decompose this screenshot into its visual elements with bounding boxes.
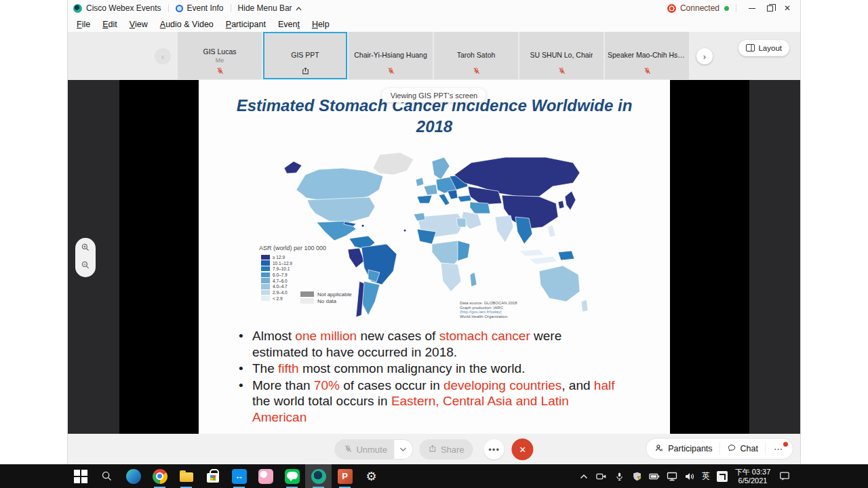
webex-logo-icon: [73, 4, 82, 13]
taskbar-webex-icon[interactable]: [305, 464, 332, 488]
layout-label: Layout: [758, 44, 782, 52]
menu-audio-video[interactable]: Audio & Video: [154, 16, 220, 32]
chat-label: Chat: [741, 444, 758, 453]
participant-tile[interactable]: Chair-Yi-Hsiang Huang: [349, 32, 433, 79]
participant-tile[interactable]: Taroh Satoh: [434, 32, 518, 79]
map-source-line: World Health Organization: [460, 314, 517, 319]
menu-participant[interactable]: Participant: [220, 16, 272, 32]
chat-button[interactable]: Chat: [727, 443, 758, 455]
strip-scroll-right-button[interactable]: ›: [696, 48, 713, 64]
divider: [168, 4, 169, 12]
ime-mode-icon[interactable]: [713, 464, 731, 488]
participants-icon: [654, 443, 664, 455]
audio-options-button[interactable]: [394, 439, 413, 460]
divider: [231, 4, 231, 12]
participant-tile[interactable]: Speaker Mao-Chih Hsieh: [605, 32, 689, 79]
menu-help[interactable]: Help: [306, 16, 336, 32]
taskbar-pink-app-icon[interactable]: [252, 464, 279, 488]
participant-name: GIS PPT: [291, 51, 319, 59]
more-options-button[interactable]: •••: [484, 439, 505, 460]
clock-time: 下午 03:37: [731, 468, 774, 476]
menu-event[interactable]: Event: [272, 16, 306, 32]
unmute-label: Unmute: [356, 445, 387, 455]
map-legend-title: ASR (world) per 100 000: [259, 245, 326, 251]
taskbar-chrome-icon[interactable]: [146, 464, 173, 488]
participant-strip: ‹ GIS LucasMeGIS PPTChair-Yi-Hsiang Huan…: [68, 32, 800, 80]
taskbar-store-icon[interactable]: [199, 464, 226, 488]
unmute-button[interactable]: Unmute: [334, 439, 394, 460]
unmute-control: Unmute: [334, 439, 413, 460]
share-button[interactable]: Share: [419, 439, 473, 460]
map-source-line: Data source: GLOBOCAN 2018: [460, 301, 517, 306]
legend-class-row: 10.1–12.9: [261, 260, 292, 266]
participant-tile[interactable]: GIS LucasMe: [178, 32, 262, 79]
connected-status: Connected: [680, 3, 719, 13]
taskbar-start-button[interactable]: [67, 464, 94, 488]
taskbar-settings-icon[interactable]: ⚙: [358, 464, 384, 488]
action-center-button[interactable]: [774, 464, 795, 488]
menu-view[interactable]: View: [123, 16, 154, 32]
event-info-button[interactable]: Event Info: [187, 3, 224, 13]
slide-bullet-list: Almost one million new cases of stomach …: [237, 328, 619, 426]
taskbar-clock[interactable]: 下午 03:37 6/5/2021: [731, 468, 774, 485]
battery-tray-icon[interactable]: [646, 464, 663, 488]
clock-date: 6/5/2021: [731, 476, 774, 485]
volume-tray-icon[interactable]: [681, 464, 698, 488]
notification-badge: [783, 442, 788, 447]
panel-more-button[interactable]: ⋯: [772, 444, 785, 454]
map-legend: ≥ 12.910.1–12.97.9–10.16.0–7.94.7–6.04.0…: [261, 254, 292, 302]
slide-bullet: The fifth most common malignancy in the …: [237, 361, 619, 377]
legend-class-row: 7.9–10.1: [261, 266, 292, 272]
minimize-button[interactable]: [743, 1, 761, 16]
slide-bullet: Almost one million new cases of stomach …: [237, 328, 619, 360]
participant-name: SU SHUN Lo, Chair: [530, 51, 593, 59]
participant-tiles: GIS LucasMeGIS PPTChair-Yi-Hsiang HuangT…: [178, 32, 689, 79]
ime-language-indicator[interactable]: 英: [698, 470, 713, 482]
leave-meeting-button[interactable]: ✕: [512, 439, 534, 460]
menu-file[interactable]: File: [71, 16, 96, 32]
participants-label: Participants: [668, 444, 712, 453]
layout-button[interactable]: Layout: [738, 40, 789, 56]
legend-class-row: < 2.9: [261, 296, 292, 302]
taskbar-line-icon[interactable]: [279, 464, 305, 488]
participant-tile[interactable]: SU SHUN Lo, Chair: [519, 32, 604, 79]
sharing-icon: [263, 66, 347, 75]
participants-button[interactable]: Participants: [654, 443, 712, 455]
connection-status-icon: [667, 4, 676, 13]
online-dot: [724, 6, 729, 11]
hide-menu-bar-button[interactable]: Hide Menu Bar: [238, 3, 292, 13]
defender-tray-icon[interactable]: [628, 464, 646, 488]
strip-scroll-left-button[interactable]: ‹: [155, 48, 171, 64]
stage-zoom-controls: [75, 238, 96, 277]
desktop: Cisco Webex Events Event Info Hide Menu …: [0, 0, 868, 488]
taskbar-teamviewer-icon[interactable]: ↔: [226, 464, 252, 488]
taskbar-powerpoint-icon[interactable]: P: [332, 464, 358, 488]
taskbar-search-icon[interactable]: [94, 464, 120, 488]
slide-bullet: More than 70% of cases occur in developi…: [237, 378, 619, 426]
menu-edit[interactable]: Edit: [96, 16, 123, 32]
show-hidden-icons-button[interactable]: [575, 464, 593, 488]
zoom-out-button[interactable]: [81, 260, 90, 272]
camera-tray-icon[interactable]: [593, 464, 610, 488]
mic-muted-icon: [344, 444, 352, 455]
participant-name: GIS Lucas: [203, 47, 236, 56]
mic-muted-icon: [519, 66, 604, 75]
meeting-controlbar: Unmute Share ••• ✕: [68, 434, 800, 464]
restore-button[interactable]: [761, 1, 778, 16]
mic-muted-icon: [605, 66, 689, 75]
participant-name: Speaker Mao-Chih Hsieh: [608, 51, 686, 59]
mic-muted-icon: [434, 66, 518, 75]
zoom-in-button[interactable]: [81, 243, 90, 255]
map-source-line: Graph production: IARC: [460, 306, 517, 310]
chat-icon: [727, 443, 736, 455]
panel-buttons: Participants Chat ⋯: [646, 438, 793, 460]
network-tray-icon[interactable]: [663, 464, 681, 488]
close-button[interactable]: ✕: [778, 1, 796, 16]
taskbar-explorer-icon[interactable]: [173, 464, 199, 488]
taskbar-edge-icon[interactable]: [120, 464, 146, 488]
participant-tile[interactable]: GIS PPT: [263, 32, 347, 79]
titlebar: Cisco Webex Events Event Info Hide Menu …: [68, 0, 800, 16]
chevron-up-icon: [296, 3, 302, 13]
microphone-tray-icon[interactable]: [610, 464, 628, 488]
legend-class-row: 4.7–6.0: [261, 278, 292, 284]
